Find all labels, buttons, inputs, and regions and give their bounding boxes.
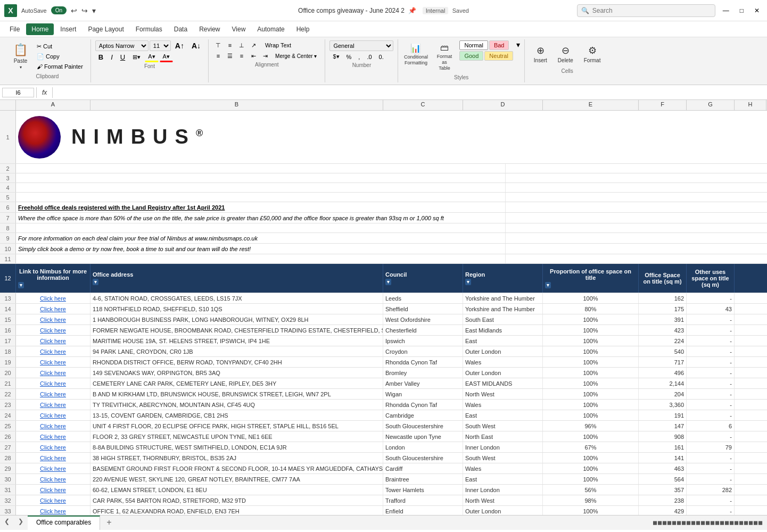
menu-page-layout[interactable]: Page Layout — [83, 23, 129, 35]
search-input[interactable] — [577, 4, 715, 17]
menu-insert[interactable]: Insert — [55, 23, 81, 35]
font-family-select[interactable]: Aptos Narrow — [95, 40, 149, 51]
row-13-link[interactable]: Click here — [16, 293, 90, 303]
nav-left-btn[interactable]: ❮ — [0, 516, 14, 530]
row-30-link[interactable]: Click here — [16, 474, 90, 484]
styles-more[interactable]: ▾ — [516, 40, 520, 49]
italic-button[interactable]: I — [108, 52, 116, 62]
row-29-link[interactable]: Click here — [16, 463, 90, 473]
row-27-link[interactable]: Click here — [16, 442, 90, 452]
format-as-table-button[interactable]: 🗃 Format as Table — [432, 40, 456, 73]
align-left-btn[interactable]: ≡ — [213, 51, 224, 61]
accounting-btn[interactable]: $▾ — [329, 52, 342, 61]
insert-button[interactable]: ⊕ Insert — [529, 40, 552, 67]
align-top-btn[interactable]: ⊤ — [213, 40, 224, 50]
decrease-indent-btn[interactable]: ⇤ — [248, 51, 259, 61]
filter-proportion-btn[interactable]: ▾ — [545, 282, 551, 288]
row-17-link[interactable]: Click here — [16, 336, 90, 346]
row-32-link[interactable]: Click here — [16, 495, 90, 505]
row-33-link[interactable]: Click here — [16, 506, 90, 515]
col-f-header[interactable]: F — [639, 100, 687, 110]
col-h-header[interactable]: H — [735, 100, 766, 110]
sheet-tab-0[interactable]: Office comparables — [28, 516, 100, 530]
border-btn[interactable]: ⊞▾ — [129, 53, 144, 62]
format-button[interactable]: ⚙ Format — [579, 40, 606, 67]
minimize-btn[interactable]: — — [720, 7, 732, 14]
row-31-link[interactable]: Click here — [16, 485, 90, 495]
undo-btn[interactable]: ↩ — [71, 6, 77, 15]
align-bottom-btn[interactable]: ⊥ — [236, 40, 247, 50]
close-btn[interactable]: ✕ — [751, 7, 763, 14]
fill-color-btn[interactable]: A▾ — [145, 52, 158, 62]
row-18-link[interactable]: Click here — [16, 346, 90, 356]
font-size-select[interactable]: 11 — [150, 40, 171, 51]
col-e-header[interactable]: E — [543, 100, 639, 110]
menu-view[interactable]: View — [227, 23, 251, 35]
add-sheet-button[interactable]: + — [100, 516, 118, 530]
nav-right-btn[interactable]: ❯ — [14, 516, 28, 530]
format-painter-button[interactable]: 🖌 Format Painter — [34, 62, 86, 71]
bold-button[interactable]: B — [95, 52, 106, 62]
maximize-btn[interactable]: □ — [737, 7, 747, 14]
row-16-link[interactable]: Click here — [16, 325, 90, 335]
menu-review[interactable]: Review — [194, 23, 225, 35]
increase-decimal-btn[interactable]: .0 — [364, 53, 375, 61]
row-21-link[interactable]: Click here — [16, 378, 90, 388]
col-c-header[interactable]: C — [383, 100, 463, 110]
style-bad[interactable]: Bad — [489, 40, 509, 50]
text-angle-btn[interactable]: ↗ — [248, 40, 259, 50]
formula-input[interactable] — [55, 88, 765, 97]
menu-home[interactable]: Home — [26, 23, 54, 35]
col-a-header[interactable]: A — [16, 100, 90, 110]
row-28-link[interactable]: Click here — [16, 453, 90, 463]
row-25-link[interactable]: Click here — [16, 421, 90, 431]
wrap-text-button[interactable]: Wrap Text — [262, 41, 294, 49]
filter-link-btn[interactable]: ▾ — [18, 282, 24, 288]
row-24-link[interactable]: Click here — [16, 410, 90, 420]
menu-formulas[interactable]: Formulas — [130, 23, 168, 35]
filter-address-btn[interactable]: ▾ — [93, 279, 98, 285]
increase-font-btn[interactable]: A↑ — [172, 40, 187, 51]
style-normal[interactable]: Normal — [459, 40, 488, 50]
menu-file[interactable]: File — [4, 23, 25, 35]
decrease-decimal-btn[interactable]: 0. — [376, 53, 387, 61]
style-neutral[interactable]: Neutral — [484, 51, 513, 61]
col-d-header[interactable]: D — [463, 100, 543, 110]
row-22-link[interactable]: Click here — [16, 389, 90, 399]
row-23-link[interactable]: Click here — [16, 400, 90, 410]
conditional-formatting-button[interactable]: 📊 Conditional Formatting — [402, 40, 429, 69]
cell-reference[interactable] — [2, 88, 34, 97]
merge-center-button[interactable]: Merge & Center ▾ — [271, 52, 320, 61]
underline-button[interactable]: U — [117, 52, 128, 62]
number-format-select[interactable]: General — [329, 40, 393, 51]
filter-council-btn[interactable]: ▾ — [385, 279, 391, 285]
col-g-header[interactable]: G — [687, 100, 735, 110]
redo-btn[interactable]: ↪ — [81, 6, 88, 15]
function-button[interactable]: fx — [39, 89, 50, 96]
row-14-link[interactable]: Click here — [16, 304, 90, 314]
percent-btn[interactable]: % — [343, 53, 355, 61]
customize-btn[interactable]: ▾ — [92, 6, 96, 15]
col-b-header[interactable]: B — [90, 100, 383, 110]
align-right-btn[interactable]: ≡ — [236, 51, 247, 61]
align-center-btn[interactable]: ☰ — [225, 51, 235, 61]
menu-automate[interactable]: Automate — [252, 23, 290, 35]
row-15-link[interactable]: Click here — [16, 314, 90, 325]
filter-region-btn[interactable]: ▾ — [465, 279, 471, 285]
menu-data[interactable]: Data — [169, 23, 193, 35]
copy-button[interactable]: 📄 Copy — [34, 52, 86, 61]
row-20-link[interactable]: Click here — [16, 368, 90, 378]
decrease-font-btn[interactable]: A↓ — [188, 40, 204, 51]
font-color-btn[interactable]: A▾ — [160, 52, 173, 62]
row-19-link[interactable]: Click here — [16, 357, 90, 367]
align-middle-btn[interactable]: ≡ — [225, 40, 235, 50]
menu-help[interactable]: Help — [291, 23, 315, 35]
autosave-toggle[interactable]: On — [51, 6, 67, 14]
delete-button[interactable]: ⊖ Delete — [553, 40, 578, 67]
increase-indent-btn[interactable]: ⇥ — [260, 51, 270, 61]
row-26-link[interactable]: Click here — [16, 431, 90, 442]
comma-btn[interactable]: , — [355, 53, 363, 61]
cut-button[interactable]: ✂ Cut — [34, 42, 86, 51]
paste-button[interactable]: 📋 Paste ▾ — [9, 40, 32, 72]
style-good[interactable]: Good — [459, 51, 483, 61]
